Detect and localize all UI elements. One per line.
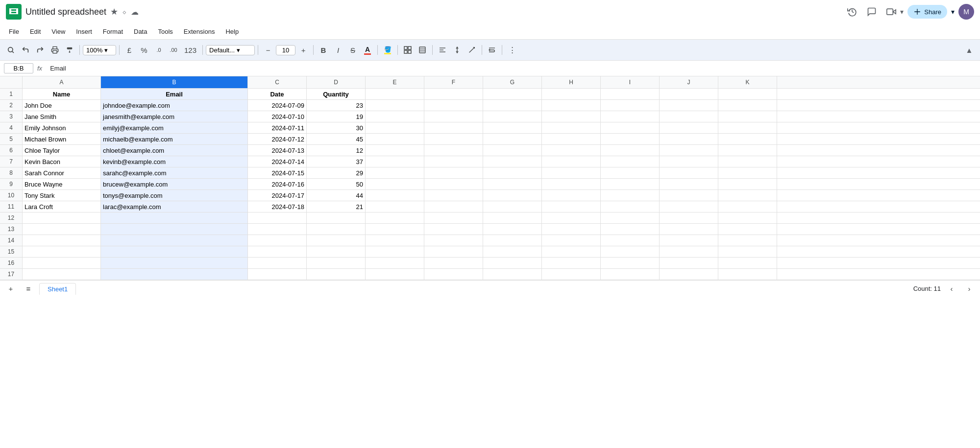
table-cell[interactable]: 44 (307, 190, 366, 201)
table-cell[interactable] (424, 167, 483, 178)
table-cell[interactable]: tonys@example.com (101, 190, 248, 201)
col-header-f[interactable]: F (424, 76, 483, 88)
table-cell[interactable] (23, 246, 101, 257)
table-cell[interactable] (542, 224, 601, 235)
table-cell[interactable] (601, 145, 660, 156)
table-cell[interactable] (718, 179, 777, 189)
table-cell[interactable] (424, 235, 483, 246)
table-cell[interactable]: brucew@example.com (101, 179, 248, 189)
table-cell[interactable] (660, 190, 718, 201)
table-cell[interactable]: 2024-07-10 (248, 111, 307, 122)
formula-text[interactable]: Email (46, 65, 976, 72)
table-cell[interactable]: 19 (307, 111, 366, 122)
star-icon[interactable]: ★ (110, 6, 118, 17)
table-cell[interactable] (660, 269, 718, 280)
meet-button[interactable] (883, 5, 899, 19)
table-cell[interactable] (542, 111, 601, 122)
table-cell[interactable] (366, 224, 424, 235)
avatar[interactable]: M (958, 4, 974, 20)
table-cell[interactable]: 2024-07-15 (248, 167, 307, 178)
table-cell[interactable] (366, 179, 424, 189)
row-number[interactable]: 10 (0, 190, 23, 201)
menu-edit[interactable]: Edit (25, 26, 46, 37)
table-cell[interactable] (101, 235, 248, 246)
col-header-a[interactable]: A (23, 76, 101, 88)
print-button[interactable] (48, 43, 62, 57)
table-cell[interactable] (248, 212, 307, 223)
currency-button[interactable]: £ (122, 43, 136, 57)
table-cell[interactable] (483, 167, 542, 178)
share-chevron[interactable]: ▾ (951, 8, 955, 16)
text-wrap-button[interactable] (485, 43, 499, 57)
row-number[interactable]: 12 (0, 212, 23, 223)
table-cell[interactable] (718, 111, 777, 122)
table-cell[interactable] (718, 100, 777, 111)
table-cell[interactable] (483, 122, 542, 133)
col-header-h[interactable]: H (542, 76, 601, 88)
row-number[interactable]: 2 (0, 100, 23, 111)
table-cell[interactable] (23, 269, 101, 280)
more-options-button[interactable]: ⋮ (505, 43, 519, 57)
table-cell[interactable] (248, 258, 307, 268)
table-cell[interactable] (601, 111, 660, 122)
row-number[interactable]: 5 (0, 134, 23, 144)
table-cell[interactable] (483, 224, 542, 235)
merge-cells-button[interactable] (416, 43, 429, 57)
table-cell[interactable] (307, 269, 366, 280)
table-cell[interactable] (660, 111, 718, 122)
table-cell[interactable]: Bruce Wayne (23, 179, 101, 189)
table-cell[interactable]: 2024-07-09 (248, 100, 307, 111)
table-cell[interactable] (483, 100, 542, 111)
font-size-increase-button[interactable]: + (296, 43, 310, 57)
table-cell[interactable] (101, 224, 248, 235)
table-cell[interactable] (366, 258, 424, 268)
paint-format-button[interactable] (63, 43, 76, 57)
table-cell[interactable] (483, 179, 542, 189)
table-cell[interactable]: janesmith@example.com (101, 111, 248, 122)
table-cell[interactable] (601, 122, 660, 133)
table-cell[interactable] (718, 201, 777, 212)
table-cell[interactable] (366, 134, 424, 144)
table-cell[interactable]: 21 (307, 201, 366, 212)
row-number[interactable]: 1 (0, 89, 23, 99)
table-cell[interactable] (424, 156, 483, 167)
table-cell[interactable] (718, 145, 777, 156)
table-cell[interactable] (483, 246, 542, 257)
font-select[interactable]: Default... ▾ (206, 45, 255, 55)
borders-button[interactable] (401, 43, 415, 57)
table-cell[interactable] (366, 111, 424, 122)
table-cell[interactable] (542, 145, 601, 156)
table-cell[interactable] (483, 201, 542, 212)
table-cell[interactable] (366, 100, 424, 111)
table-cell[interactable] (660, 134, 718, 144)
table-cell[interactable] (424, 224, 483, 235)
table-cell[interactable] (601, 156, 660, 167)
table-cell[interactable] (542, 201, 601, 212)
row-number[interactable]: 15 (0, 246, 23, 257)
percent-button[interactable]: % (137, 43, 151, 57)
redo-button[interactable] (33, 43, 47, 57)
table-cell[interactable] (660, 258, 718, 268)
table-cell[interactable] (424, 212, 483, 223)
table-cell[interactable] (601, 235, 660, 246)
align-button[interactable] (436, 43, 449, 57)
table-cell[interactable] (366, 212, 424, 223)
table-cell[interactable]: Jane Smith (23, 111, 101, 122)
move-icon[interactable]: ⬦ (122, 7, 127, 16)
menu-tools[interactable]: Tools (153, 26, 177, 37)
table-cell[interactable] (660, 167, 718, 178)
table-cell[interactable] (366, 167, 424, 178)
table-cell[interactable] (101, 246, 248, 257)
text-color-button[interactable]: A (361, 43, 374, 57)
table-cell[interactable] (660, 156, 718, 167)
table-cell[interactable] (483, 190, 542, 201)
doc-title[interactable]: Untitled spreadsheet (25, 7, 106, 17)
table-cell[interactable] (601, 201, 660, 212)
history-button[interactable] (844, 5, 860, 19)
menu-insert[interactable]: Insert (71, 26, 97, 37)
table-cell[interactable] (718, 258, 777, 268)
table-cell[interactable] (307, 246, 366, 257)
table-cell[interactable] (542, 156, 601, 167)
table-cell[interactable] (660, 224, 718, 235)
increase-decimal-button[interactable]: .00 (167, 43, 180, 57)
